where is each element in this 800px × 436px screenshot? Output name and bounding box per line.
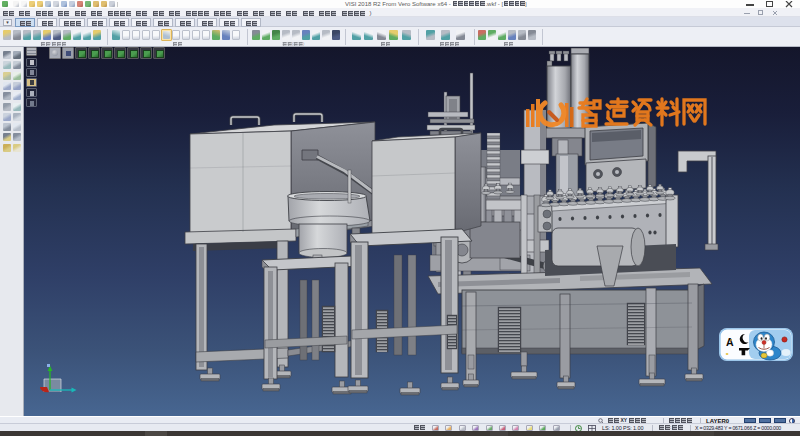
svg-text:A: A [726, 336, 734, 348]
